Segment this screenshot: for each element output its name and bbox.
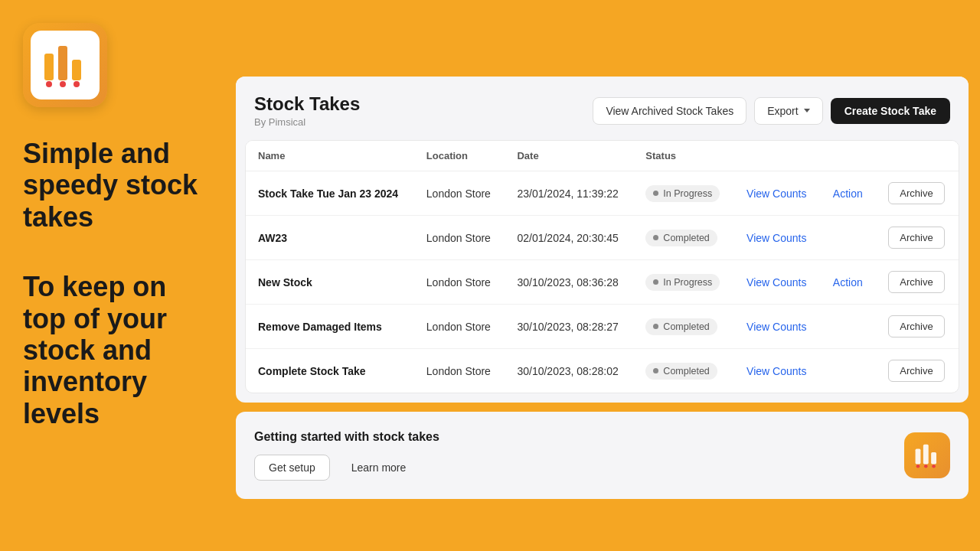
get-setup-button[interactable]: Get setup xyxy=(254,455,330,481)
header-title-group: Stock Takes By Pimsical xyxy=(254,93,360,128)
svg-rect-2 xyxy=(72,60,81,80)
cell-view-counts-row-3: View Counts xyxy=(734,305,821,349)
cell-name-row-0: Stock Take Tue Jan 23 2024 xyxy=(246,171,414,216)
cell-status-row-0: In Progress xyxy=(633,171,734,216)
cell-action-row-3 xyxy=(821,305,876,349)
cell-view-counts-row-1: View Counts xyxy=(734,216,821,260)
svg-point-4 xyxy=(60,81,66,87)
status-dot-row-3 xyxy=(653,324,658,329)
status-text-row-4: Completed xyxy=(663,366,709,377)
cell-date-row-1: 02/01/2024, 20:30:45 xyxy=(505,216,633,260)
stock-takes-table-container: Name Location Date Status Stock Take Tue… xyxy=(245,140,959,393)
getting-started-actions: Get setup Learn more xyxy=(254,455,439,481)
chevron-down-icon xyxy=(804,109,810,112)
status-dot-row-1 xyxy=(653,235,658,240)
table-row: AW23 London Store 02/01/2024, 20:30:45 C… xyxy=(246,216,959,260)
svg-point-3 xyxy=(46,81,52,87)
page-title: Stock Takes xyxy=(254,93,360,115)
cell-action-row-2: Action xyxy=(821,260,876,305)
logo-svg xyxy=(38,38,92,92)
svg-point-9 xyxy=(916,465,920,468)
cell-action-row-0: Action xyxy=(821,171,876,216)
action-link-row-0[interactable]: Action xyxy=(833,187,863,200)
table-header-row: Name Location Date Status xyxy=(246,141,959,171)
col-header-date: Date xyxy=(505,141,633,171)
svg-rect-7 xyxy=(923,445,929,465)
left-panel: Simple and speedy stock takes To keep on… xyxy=(0,0,237,551)
cell-location-row-4: London Store xyxy=(414,349,505,393)
table-row: Complete Stock Take London Store 30/10/2… xyxy=(246,349,959,393)
col-header-action2 xyxy=(821,141,876,171)
cell-archive-row-2: Archive xyxy=(876,260,959,305)
cell-action-row-1 xyxy=(821,216,876,260)
archive-button-row-0[interactable]: Archive xyxy=(888,182,944,204)
cell-location-row-0: London Store xyxy=(414,171,505,216)
archive-button-row-1[interactable]: Archive xyxy=(888,227,944,249)
cell-name-row-4: Complete Stock Take xyxy=(246,349,414,393)
mini-logo-svg xyxy=(912,440,942,471)
cell-archive-row-3: Archive xyxy=(876,305,959,349)
view-counts-link-row-4[interactable]: View Counts xyxy=(746,365,806,377)
view-counts-link-row-3[interactable]: View Counts xyxy=(746,321,806,333)
learn-more-button[interactable]: Learn more xyxy=(338,455,420,481)
view-archived-button[interactable]: View Archived Stock Takes xyxy=(593,97,746,125)
tagline-main: Simple and speedy stock takes xyxy=(23,138,214,233)
svg-point-11 xyxy=(932,465,936,468)
tagline-sub: To keep on top of your stock and invento… xyxy=(23,271,214,429)
card-header: Stock Takes By Pimsical View Archived St… xyxy=(236,77,969,140)
svg-rect-6 xyxy=(916,448,921,464)
col-header-location: Location xyxy=(414,141,505,171)
archive-button-row-4[interactable]: Archive xyxy=(888,360,944,382)
main-content: Stock Takes By Pimsical View Archived St… xyxy=(236,69,980,551)
cell-date-row-2: 30/10/2023, 08:36:28 xyxy=(505,260,633,305)
view-counts-link-row-0[interactable]: View Counts xyxy=(746,187,806,200)
col-header-archive xyxy=(876,141,959,171)
page-subtitle: By Pimsical xyxy=(254,116,360,128)
svg-point-10 xyxy=(924,465,928,468)
archive-button-row-2[interactable]: Archive xyxy=(888,271,944,293)
cell-location-row-1: London Store xyxy=(414,216,505,260)
svg-rect-0 xyxy=(44,54,54,80)
table-body: Stock Take Tue Jan 23 2024 London Store … xyxy=(246,171,959,393)
col-header-status: Status xyxy=(633,141,734,171)
action-link-row-2[interactable]: Action xyxy=(833,276,863,289)
cell-status-row-1: Completed xyxy=(633,216,734,260)
export-button[interactable]: Export xyxy=(754,97,822,125)
view-counts-link-row-2[interactable]: View Counts xyxy=(746,276,806,289)
cell-location-row-3: London Store xyxy=(414,305,505,349)
cell-name-row-2: New Stock xyxy=(246,260,414,305)
status-text-row-2: In Progress xyxy=(663,277,712,288)
status-text-row-3: Completed xyxy=(663,321,709,332)
stock-takes-table: Name Location Date Status Stock Take Tue… xyxy=(246,141,959,393)
cell-name-row-3: Remove Damaged Items xyxy=(246,305,414,349)
svg-rect-8 xyxy=(931,452,936,464)
view-counts-link-row-1[interactable]: View Counts xyxy=(746,232,806,244)
status-dot-row-2 xyxy=(653,279,658,285)
cell-date-row-3: 30/10/2023, 08:28:27 xyxy=(505,305,633,349)
cell-date-row-4: 30/10/2023, 08:28:02 xyxy=(505,349,633,393)
cell-action-row-4 xyxy=(821,349,876,393)
table-row: New Stock London Store 30/10/2023, 08:36… xyxy=(246,260,959,305)
archive-button-row-3[interactable]: Archive xyxy=(888,315,944,337)
cell-status-row-3: Completed xyxy=(633,305,734,349)
cell-view-counts-row-4: View Counts xyxy=(734,349,821,393)
cell-name-row-1: AW23 xyxy=(246,216,414,260)
getting-started-title: Getting started with stock takes xyxy=(254,430,439,444)
col-header-actions xyxy=(734,141,821,171)
cell-archive-row-1: Archive xyxy=(876,216,959,260)
cell-location-row-2: London Store xyxy=(414,260,505,305)
table-row: Remove Damaged Items London Store 30/10/… xyxy=(246,305,959,349)
app-logo xyxy=(23,23,107,107)
cell-view-counts-row-0: View Counts xyxy=(734,171,821,216)
cell-view-counts-row-2: View Counts xyxy=(734,260,821,305)
cell-status-row-4: Completed xyxy=(633,349,734,393)
create-stock-take-button[interactable]: Create Stock Take xyxy=(831,98,950,124)
col-header-name: Name xyxy=(246,141,414,171)
status-dot-row-4 xyxy=(653,368,658,373)
cell-date-row-0: 23/01/2024, 11:39:22 xyxy=(505,171,633,216)
svg-rect-1 xyxy=(58,46,67,80)
getting-started-card: Getting started with stock takes Get set… xyxy=(236,412,969,499)
header-actions: View Archived Stock Takes Export Create … xyxy=(593,97,950,125)
cell-archive-row-4: Archive xyxy=(876,349,959,393)
stock-takes-panel: Stock Takes By Pimsical View Archived St… xyxy=(236,77,969,403)
